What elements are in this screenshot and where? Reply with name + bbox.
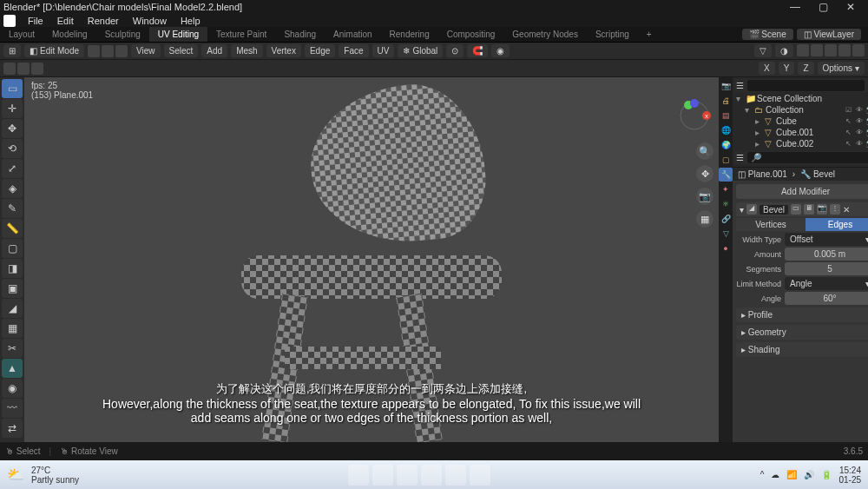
prop-tab-scene[interactable]: 🌐: [719, 123, 733, 137]
knife-tool[interactable]: ✂: [2, 339, 23, 358]
proportional-edit-toggle[interactable]: ◉: [491, 44, 510, 57]
modifier-display-render-icon[interactable]: 📷: [817, 204, 827, 215]
tray-volume-icon[interactable]: 🔊: [804, 470, 814, 479]
header-ico-2[interactable]: [17, 63, 30, 75]
collection-hide-icon[interactable]: 👁: [856, 106, 865, 115]
menu-vertex[interactable]: Vertex: [266, 44, 301, 57]
menu-edge[interactable]: Edge: [305, 44, 335, 57]
taskbar-app-2[interactable]: [421, 465, 442, 486]
add-modifier-button[interactable]: Add Modifier: [736, 184, 868, 199]
inset-tool[interactable]: ▣: [2, 279, 23, 298]
close-button[interactable]: ✕: [837, 1, 865, 13]
profile-section[interactable]: ▸ Profile: [736, 307, 868, 322]
camera-view-icon[interactable]: 📷: [696, 188, 713, 205]
breadcrumb-modifier[interactable]: 🔧 Bevel: [800, 169, 835, 179]
tab-scripting[interactable]: Scripting: [587, 27, 638, 42]
face-select-icon[interactable]: [115, 45, 128, 57]
menu-window[interactable]: Window: [128, 16, 172, 26]
minimize-button[interactable]: —: [781, 1, 809, 13]
tab-layout[interactable]: Layout: [0, 27, 43, 42]
viewport[interactable]: fps: 25 (153) Plane.001 X 🔍 ✥ 📷 ▦ 为了解决这个…: [24, 77, 719, 442]
maximize-button[interactable]: ▢: [809, 1, 837, 13]
scale-tool[interactable]: ⤢: [2, 159, 23, 178]
weather-widget[interactable]: 27°C Partly sunny: [31, 466, 79, 485]
loop-cut-tool[interactable]: ▦: [2, 319, 23, 338]
outliner-search-input[interactable]: [747, 80, 865, 91]
options-button[interactable]: Options ▾: [818, 62, 865, 75]
prop-tab-particle[interactable]: ✦: [719, 182, 733, 196]
prop-tab-data[interactable]: ▽: [719, 227, 733, 241]
tab-shading[interactable]: Shading: [275, 27, 325, 42]
navigation-gizmo[interactable]: X: [677, 98, 712, 133]
outliner-item-cube001[interactable]: ▸▽ Cube.001 ↖👁📷: [734, 127, 868, 138]
tab-compositing[interactable]: Compositing: [438, 27, 504, 42]
item-hide-icon[interactable]: 👁: [856, 140, 865, 149]
edges-tab[interactable]: Edges: [806, 218, 868, 231]
width-type-selector[interactable]: Offset▾: [785, 233, 868, 246]
limit-method-selector[interactable]: Angle▾: [785, 277, 868, 290]
taskbar-search-icon[interactable]: [372, 465, 393, 486]
menu-edit[interactable]: Edit: [52, 16, 79, 26]
outliner-type-icon[interactable]: ☰: [736, 81, 744, 90]
vertices-tab[interactable]: Vertices: [736, 218, 806, 231]
annotate-tool[interactable]: ✎: [2, 199, 23, 218]
taskbar-app-1[interactable]: [397, 465, 418, 486]
modifier-collapse-icon[interactable]: ▾: [740, 205, 744, 215]
move-tool[interactable]: ✥: [2, 119, 23, 138]
perspective-toggle-icon[interactable]: ▦: [696, 210, 713, 228]
modifier-display-edit-icon[interactable]: ▭: [791, 204, 801, 215]
menu-uv[interactable]: UV: [372, 44, 395, 57]
item-select-icon[interactable]: ↖: [845, 117, 854, 126]
material-shading-icon[interactable]: [838, 44, 851, 56]
tab-geometry-nodes[interactable]: Geometry Nodes: [503, 27, 587, 42]
viewlayer-selector[interactable]: ◫ ViewLayer: [797, 29, 861, 40]
menu-file[interactable]: File: [23, 16, 49, 26]
prop-tab-object[interactable]: ▢: [719, 153, 733, 167]
outliner-item-cube[interactable]: ▸▽ Cube ↖👁📷: [734, 116, 868, 127]
add-cube-tool[interactable]: ▢: [2, 239, 23, 258]
shading-section[interactable]: ▸ Shading: [736, 342, 868, 357]
scene-selector[interactable]: 🎬 Scene: [742, 29, 793, 40]
snap-toggle[interactable]: 🧲: [467, 44, 488, 57]
prop-tab-output[interactable]: 🖨: [719, 94, 733, 108]
prop-tab-modifier[interactable]: 🔧: [719, 168, 733, 182]
prop-tab-constraint[interactable]: 🔗: [719, 212, 733, 226]
xray-toggle-icon[interactable]: [797, 44, 809, 56]
rendered-shading-icon[interactable]: [852, 44, 865, 56]
modifier-name-field[interactable]: Bevel: [760, 205, 788, 215]
breadcrumb-object[interactable]: ◫ Plane.001: [738, 169, 787, 179]
menu-add[interactable]: Add: [201, 44, 227, 57]
bevel-tool[interactable]: ◢: [2, 299, 23, 318]
orientation-selector[interactable]: ❄ Global: [398, 44, 443, 57]
poly-build-tool[interactable]: ▲: [2, 359, 23, 378]
cursor-tool[interactable]: ✛: [2, 99, 23, 118]
zoom-icon[interactable]: 🔍: [696, 142, 713, 160]
header-ico-1[interactable]: [3, 63, 16, 75]
geometry-section[interactable]: ▸ Geometry: [736, 325, 868, 340]
item-select-icon[interactable]: ↖: [845, 140, 854, 149]
transform-z-button[interactable]: Z: [798, 62, 813, 75]
segments-field[interactable]: 5: [785, 262, 868, 275]
modifier-close-icon[interactable]: ✕: [843, 205, 850, 215]
select-box-tool[interactable]: ▭: [2, 79, 23, 98]
transform-x-button[interactable]: X: [759, 62, 775, 75]
measure-tool[interactable]: 📏: [2, 219, 23, 238]
tab-modeling[interactable]: Modeling: [43, 27, 96, 42]
overlays-toggle[interactable]: ◑: [775, 44, 793, 57]
taskbar-app-3[interactable]: [445, 465, 466, 486]
solid-shading-icon[interactable]: [825, 44, 837, 56]
start-button[interactable]: [348, 465, 369, 486]
modifier-display-realtime-icon[interactable]: 🖥: [804, 204, 814, 215]
tray-chevron-icon[interactable]: ^: [760, 470, 765, 479]
rotate-tool[interactable]: ⟲: [2, 139, 23, 158]
prop-tab-viewlayer[interactable]: ▤: [719, 109, 733, 122]
menu-help[interactable]: Help: [175, 16, 206, 26]
outliner-root[interactable]: ▾📁 Scene Collection: [734, 93, 868, 104]
move-view-icon[interactable]: ✥: [696, 165, 713, 182]
angle-field[interactable]: 60°: [785, 292, 868, 305]
extrude-tool[interactable]: ◨: [2, 259, 23, 278]
outliner-type-icon-2[interactable]: ☰: [736, 153, 744, 162]
prop-tab-physics[interactable]: ⚛: [719, 197, 733, 211]
mesh-filter-icon[interactable]: ▽: [754, 44, 772, 57]
edge-select-icon[interactable]: [102, 45, 114, 57]
